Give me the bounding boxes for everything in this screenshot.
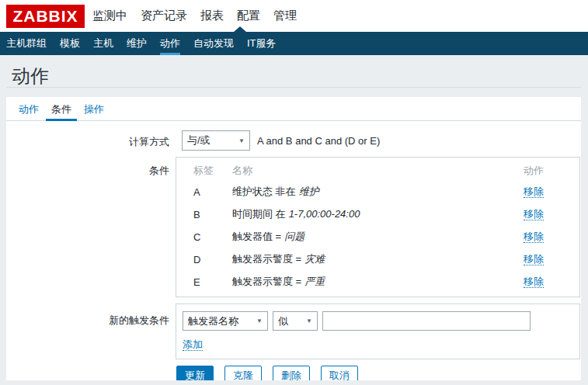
subnav-item-hosts[interactable]: 主机: [93, 32, 113, 55]
col-header-name: 名称: [232, 158, 524, 181]
condition-type-selected-value: 触发器名称: [188, 314, 238, 328]
conditions-form: 计算方式 与/或 ▼ A and B and C and (D or E) 条件…: [6, 121, 581, 380]
remove-condition-link[interactable]: 移除: [524, 186, 544, 198]
update-button[interactable]: 更新: [176, 366, 214, 380]
condition-label: B: [176, 203, 232, 226]
condition-name: 维护状态 非在维护: [232, 181, 524, 203]
condition-name: 触发器示警度 =严重: [232, 271, 524, 297]
remove-condition-link[interactable]: 移除: [524, 231, 544, 243]
condition-value: 问题: [284, 231, 304, 242]
menu-item-configuration[interactable]: 配置: [237, 9, 260, 23]
subnav-item-maintenance[interactable]: 维护: [127, 32, 147, 55]
footer-buttons: 更新 克隆 删除 取消: [176, 366, 581, 380]
content-panel: 动作 条件 操作 计算方式 与/或 ▼ A and B and C and (D…: [6, 97, 581, 380]
subnav-item-it-services[interactable]: IT服务: [247, 32, 277, 55]
condition-label: C: [176, 226, 232, 248]
table-row: E 触发器示警度 =严重 移除: [176, 271, 579, 297]
clone-button[interactable]: 克隆: [224, 366, 262, 380]
table-row: D 触发器示警度 =灾难 移除: [176, 248, 579, 271]
add-condition-link[interactable]: 添加: [183, 338, 203, 351]
subnav-item-discovery[interactable]: 自动发现: [193, 32, 234, 55]
page-header: 动作: [0, 55, 588, 97]
new-condition-box: 触发器名称 ▼ 似 ▼ 添加: [176, 303, 580, 359]
condition-label: E: [176, 271, 232, 297]
col-header-label: 标签: [176, 158, 232, 181]
condition-name: 触发器示警度 =灾难: [232, 248, 524, 271]
cancel-button[interactable]: 取消: [321, 366, 358, 380]
remove-condition-link[interactable]: 移除: [524, 208, 544, 220]
condition-label: D: [176, 248, 232, 271]
conditions-table-box: 标签 名称 动作 A 维护状态 非在维护 移除 B 时间: [176, 157, 580, 297]
condition-operator-select[interactable]: 似 ▼: [273, 311, 318, 331]
main-menu: 监测中 资产记录 报表 配置 管理: [92, 9, 297, 23]
condition-name: 触发器值 =问题: [232, 226, 524, 248]
conditions-row: 条件 标签 名称 动作 A 维护状态 非在维护 移除: [6, 157, 581, 297]
new-condition-label: 新的触发条件: [6, 303, 169, 328]
table-row: B 时间期间 在1-7,00:00-24:00 移除: [176, 203, 579, 226]
condition-value: 1-7,00:00-24:00: [289, 208, 360, 220]
calc-method-label: 计算方式: [6, 130, 169, 149]
condition-operator-selected-value: 似: [278, 314, 288, 328]
table-header-row: 标签 名称 动作: [176, 158, 579, 181]
tab-conditions[interactable]: 条件: [46, 97, 77, 121]
table-row: A 维护状态 非在维护 移除: [176, 181, 579, 203]
config-menu-caret: [234, 26, 246, 32]
condition-type-select[interactable]: 触发器名称 ▼: [183, 311, 268, 331]
remove-condition-link[interactable]: 移除: [524, 276, 544, 288]
zabbix-logo[interactable]: ZABBIX: [6, 5, 85, 28]
page-title: 动作: [12, 64, 49, 88]
dropdown-arrow-icon: ▼: [256, 317, 263, 324]
conditions-table: 标签 名称 动作 A 维护状态 非在维护 移除 B 时间: [176, 158, 579, 297]
col-header-action: 动作: [524, 158, 579, 181]
menu-item-monitoring[interactable]: 监测中: [92, 9, 127, 23]
menu-item-inventory[interactable]: 资产记录: [141, 9, 187, 23]
tab-bar: 动作 条件 操作: [6, 97, 581, 121]
calc-method-select[interactable]: 与/或 ▼: [182, 130, 250, 151]
condition-value: 严重: [304, 276, 325, 287]
top-bar: ZABBIX 监测中 资产记录 报表 配置 管理: [0, 0, 588, 32]
dropdown-arrow-icon: ▼: [306, 317, 312, 324]
menu-item-reports[interactable]: 报表: [200, 9, 224, 23]
subnav-item-templates[interactable]: 模板: [60, 32, 80, 55]
calc-formula-text: A and B and C and (D or E): [257, 130, 380, 152]
menu-item-administration[interactable]: 管理: [273, 9, 297, 23]
subnav-item-actions[interactable]: 动作: [160, 32, 180, 55]
condition-value: 灾难: [304, 253, 325, 265]
calc-method-row: 计算方式 与/或 ▼ A and B and C and (D or E): [6, 130, 581, 152]
condition-name: 时间期间 在1-7,00:00-24:00: [232, 203, 524, 226]
new-condition-row: 新的触发条件 触发器名称 ▼ 似 ▼ 添加: [6, 303, 581, 359]
conditions-label: 条件: [6, 157, 169, 178]
tab-operations[interactable]: 操作: [78, 97, 110, 121]
new-condition-controls: 触发器名称 ▼ 似 ▼: [183, 311, 573, 331]
condition-value: 维护: [299, 186, 319, 197]
sub-nav: 主机群组 模板 主机 维护 动作 自动发现 IT服务: [0, 32, 588, 55]
condition-label: A: [176, 181, 232, 203]
title-divider: [6, 87, 581, 88]
subnav-item-host-groups[interactable]: 主机群组: [6, 32, 47, 55]
dropdown-arrow-icon: ▼: [238, 137, 245, 144]
table-row: C 触发器值 =问题 移除: [176, 226, 579, 248]
calc-method-selected-value: 与/或: [187, 134, 210, 147]
condition-value-input[interactable]: [322, 311, 531, 331]
delete-button[interactable]: 删除: [273, 366, 310, 380]
remove-condition-link[interactable]: 移除: [524, 253, 544, 265]
tab-action[interactable]: 动作: [13, 97, 44, 121]
